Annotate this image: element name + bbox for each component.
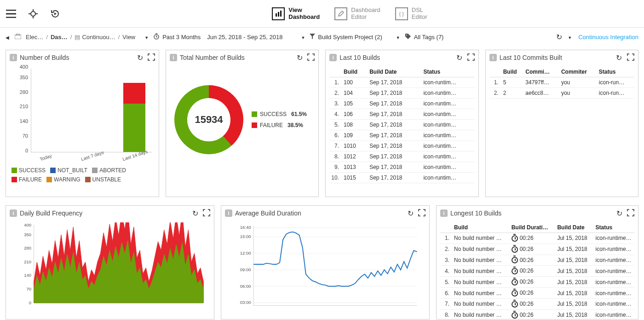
info-icon[interactable]: i (170, 54, 177, 61)
expand-panel-icon[interactable] (203, 209, 210, 216)
svg-point-8 (406, 35, 407, 35)
funnel-icon (310, 34, 315, 41)
table-row[interactable]: 1.534797ff…youicon-run… (489, 77, 634, 88)
table-row[interactable]: 3.No build number …00:26Jul 15, 2018icon… (440, 255, 634, 266)
panel-longest10: i Longest 10 Builds Build Build Durati… … (436, 205, 638, 320)
svg-point-0 (31, 12, 35, 16)
table-row[interactable]: 2.104Sep 17, 2018icon-runtim… (329, 88, 474, 99)
refresh-panel-icon[interactable] (295, 53, 304, 62)
table-row[interactable]: 4.106Sep 17, 2018icon-runtim… (329, 109, 474, 120)
info-icon[interactable]: i (329, 54, 337, 61)
table-row[interactable]: 7.1010Sep 17, 2018icon-runtim… (329, 141, 474, 151)
expand-panel-icon[interactable] (467, 53, 475, 61)
last10-commits-table: Build Commi… Commiter Status 1.534797ff…… (489, 67, 634, 99)
expand-panel-icon[interactable] (627, 209, 634, 216)
refresh-panel-icon[interactable] (406, 209, 414, 217)
tab-dsl-editor[interactable]: { } DSLEditor (395, 7, 427, 21)
refresh-panel-icon[interactable] (615, 209, 623, 217)
stopwatch-icon (512, 279, 518, 285)
table-row[interactable]: 2.No build number …00:26Jul 15, 2018icon… (440, 244, 634, 255)
panel-title: Number of Builds (20, 54, 136, 61)
top-toolbar: ViewDashboard DashboardEditor { } DSLEdi… (0, 0, 644, 28)
nav-back-icon[interactable] (6, 34, 10, 41)
table-row[interactable]: 5.No build number …00:26Jul 15, 2018icon… (440, 277, 634, 288)
ci-link[interactable]: Continuous Integration (578, 34, 638, 41)
svg-text:210: 210 (24, 259, 31, 264)
refresh-with-play-icon[interactable] (50, 8, 61, 19)
expand-panel-icon[interactable] (627, 53, 634, 61)
panel-title: Last 10 Builds (339, 54, 455, 61)
table-row[interactable]: 6.109Sep 17, 2018icon-runtim… (329, 130, 474, 141)
tab-view-dashboard[interactable]: ViewDashboard (272, 7, 320, 21)
svg-text:06:00: 06:00 (240, 284, 251, 289)
project-filter[interactable]: Build System Project (2) (301, 34, 382, 41)
table-row[interactable]: 4.No build number …00:26Jul 15, 2018icon… (440, 266, 634, 277)
bar-chart-icon (272, 7, 285, 20)
svg-text:12:00: 12:00 (240, 250, 251, 256)
stopwatch-icon (512, 301, 518, 308)
area-chart: 070140210280350400 (10, 222, 210, 310)
panel-title: Daily Build Frequency (20, 209, 191, 217)
stopwatch-icon (512, 312, 518, 319)
date-range-text: Jun 25, 2018 - Sep 25, 2018 (207, 34, 282, 41)
time-filter[interactable]: Past 3 Months Jun 25, 2018 - Sep 25, 201… (144, 33, 282, 41)
edit-icon (334, 7, 347, 20)
filter-bar: Elec…/ Das…/ ▤ Continuou…/ View Past 3 M… (0, 28, 644, 46)
panel-total-builds: i Total Number of Builds 15934 SUCCESS 6… (166, 50, 319, 197)
panel-number-of-builds: i Number of Builds 070140210280350400 To… (6, 50, 159, 197)
target-icon[interactable] (28, 8, 39, 19)
table-row[interactable]: 10.1015Sep 17, 2018icon-runtim… (329, 173, 474, 183)
info-icon[interactable]: i (10, 209, 17, 217)
expand-panel-icon[interactable] (418, 209, 426, 216)
bar-chart-legend: SUCCESS NOT_BUILT ABORTED FAILURE WARNIN… (10, 165, 155, 183)
table-row[interactable]: 1.100Sep 17, 2018icon-runtim… (329, 77, 474, 88)
table-row[interactable]: 8.No build number …00:26Jul 15, 2018icon… (440, 309, 634, 320)
refresh-panel-icon[interactable] (136, 53, 144, 62)
info-icon[interactable]: i (10, 54, 17, 61)
svg-marker-1 (54, 12, 57, 15)
svg-rect-4 (280, 11, 282, 17)
stopwatch-icon (512, 257, 518, 263)
expand-panel-icon[interactable] (307, 53, 315, 61)
tag-icon (405, 33, 411, 41)
table-row[interactable]: 6.No build number …00:26Jul 15, 2018icon… (440, 288, 634, 299)
last10-builds-table: Build Build Date Status 1.100Sep 17, 201… (329, 67, 474, 183)
refresh-panel-icon[interactable] (455, 53, 464, 62)
table-row[interactable]: 3.105Sep 17, 2018icon-runtim… (329, 99, 474, 109)
svg-text:03:00: 03:00 (240, 300, 251, 305)
table-row[interactable]: 2.2ae6cc8…youicon-run… (489, 88, 634, 99)
table-row[interactable]: 7.No build number …00:26Jul 15, 2018icon… (440, 298, 634, 309)
refresh-all-icon[interactable] (555, 33, 563, 41)
info-icon[interactable]: i (489, 54, 497, 61)
svg-text:70: 70 (26, 286, 31, 291)
svg-rect-3 (278, 12, 279, 17)
refresh-panel-icon[interactable] (191, 209, 199, 217)
panel-title: Total Number of Builds (180, 54, 295, 61)
stopwatch-icon (512, 268, 518, 274)
stopwatch-icon (512, 235, 518, 242)
svg-text:0: 0 (29, 300, 31, 305)
grid-icon: ▤ (75, 34, 80, 41)
svg-text:140: 140 (24, 273, 31, 278)
tab-dashboard-editor[interactable]: DashboardEditor (334, 7, 380, 21)
svg-text:15:00: 15:00 (240, 234, 251, 239)
svg-text:16:40: 16:40 (240, 225, 251, 230)
info-icon[interactable]: i (225, 209, 232, 217)
line-chart: 03:0006:0009:0012:0015:0016:40 (225, 222, 426, 310)
donut-total: 15934 (174, 85, 243, 154)
table-row[interactable]: 1.No build number …00:26Jul 15, 2018icon… (440, 233, 634, 244)
hamburger-menu-icon[interactable] (6, 8, 17, 19)
info-icon[interactable]: i (440, 209, 448, 217)
svg-text:400: 400 (24, 222, 31, 227)
refresh-panel-icon[interactable] (615, 53, 623, 62)
svg-rect-5 (15, 35, 21, 39)
expand-panel-icon[interactable] (148, 53, 155, 61)
ci-dropdown-caret[interactable] (568, 34, 574, 41)
stopwatch-icon (512, 290, 518, 297)
tags-filter[interactable]: All Tags (7) (396, 33, 444, 41)
table-row[interactable]: 8.1012Sep 17, 2018icon-runtim… (329, 151, 474, 162)
table-row[interactable]: 5.108Sep 17, 2018icon-runtim… (329, 120, 474, 130)
table-row[interactable]: 9.1013Sep 17, 2018icon-runtim… (329, 162, 474, 173)
breadcrumb[interactable]: Elec…/ Das…/ ▤ Continuou…/ View (26, 34, 135, 41)
panel-title: Longest 10 Builds (450, 209, 615, 217)
